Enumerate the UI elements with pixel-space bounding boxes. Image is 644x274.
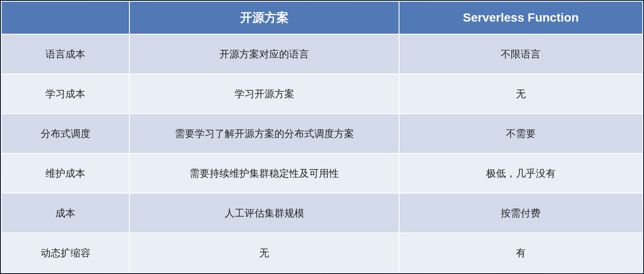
- table-row: 语言成本 开源方案对应的语言 不限语言: [1, 34, 643, 74]
- row-label: 动态扩缩容: [1, 233, 129, 273]
- table-row: 分布式调度 需要学习了解开源方案的分布式调度方案 不需要: [1, 114, 643, 153]
- table-row: 成本 人工评估集群规模 按需付费: [1, 193, 643, 233]
- table-header-row: 开源方案 Serverless Function: [1, 1, 643, 34]
- row-label: 维护成本: [1, 153, 129, 193]
- row-label: 分布式调度: [1, 114, 129, 153]
- cell-serverless: 不需要: [399, 114, 643, 153]
- header-empty: [1, 1, 129, 34]
- cell-open-source: 人工评估集群规模: [129, 193, 399, 233]
- comparison-table-container: 开源方案 Serverless Function 语言成本 开源方案对应的语言 …: [1, 1, 643, 273]
- row-label: 语言成本: [1, 34, 129, 74]
- header-serverless: Serverless Function: [399, 1, 643, 34]
- table-row: 动态扩缩容 无 有: [1, 233, 643, 273]
- table-row: 学习成本 学习开源方案 无: [1, 74, 643, 114]
- cell-open-source: 开源方案对应的语言: [129, 34, 399, 74]
- cell-open-source: 学习开源方案: [129, 74, 399, 114]
- comparison-table: 开源方案 Serverless Function 语言成本 开源方案对应的语言 …: [1, 1, 643, 273]
- cell-serverless: 按需付费: [399, 193, 643, 233]
- cell-serverless: 极低，几乎没有: [399, 153, 643, 193]
- cell-serverless: 无: [399, 74, 643, 114]
- header-open-source: 开源方案: [129, 1, 399, 34]
- row-label: 成本: [1, 193, 129, 233]
- table-row: 维护成本 需要持续维护集群稳定性及可用性 极低，几乎没有: [1, 153, 643, 193]
- cell-serverless: 不限语言: [399, 34, 643, 74]
- cell-serverless: 有: [399, 233, 643, 273]
- cell-open-source: 需要学习了解开源方案的分布式调度方案: [129, 114, 399, 153]
- cell-open-source: 需要持续维护集群稳定性及可用性: [129, 153, 399, 193]
- row-label: 学习成本: [1, 74, 129, 114]
- cell-open-source: 无: [129, 233, 399, 273]
